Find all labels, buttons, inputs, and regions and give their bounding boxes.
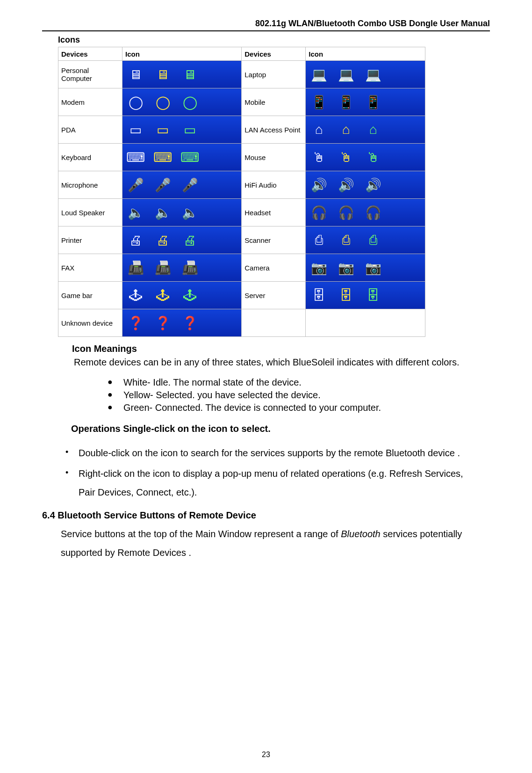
modem-icon: ◯	[126, 93, 145, 111]
game-bar-icon: 🕹	[180, 286, 199, 305]
device-icons-right: 📱📱📱	[306, 88, 425, 116]
device-label-left: FAX	[58, 254, 122, 282]
server-icon: 🗄	[337, 286, 355, 305]
icon-meanings-heading: Icon Meanings	[72, 343, 490, 354]
keyboard-icon: ⌨	[180, 148, 199, 167]
table-row: Unknown device❓❓❓	[58, 309, 425, 337]
fax-icon: 📠	[153, 258, 172, 277]
table-row: Printer🖨🖨🖨Scanner⎙⎙⎙	[58, 226, 425, 254]
col-icon-2: Icon	[306, 47, 425, 61]
table-row: FAX📠📠📠Camera📷📷📷	[58, 254, 425, 282]
col-devices-1: Devices	[58, 47, 122, 61]
device-label-left: Microphone	[58, 171, 122, 199]
device-label-right: LAN Access Point	[242, 116, 306, 144]
op-doubleclick: Double-click on the icon to search for t…	[61, 444, 471, 462]
page-header: 802.11g WLAN/Bluetooth Combo USB Dongle …	[42, 19, 490, 31]
device-label-left: Unknown device	[58, 309, 122, 337]
headset-icon: 🎧	[364, 203, 382, 222]
device-label-right: Camera	[242, 254, 306, 282]
fax-icon: 📠	[180, 258, 199, 277]
loud-speaker-icon: 🔈	[153, 203, 172, 222]
laptop-icon: 💻	[309, 65, 328, 84]
scanner-icon: ⎙	[364, 231, 382, 249]
camera-icon: 📷	[309, 258, 328, 277]
device-label-left: PDA	[58, 116, 122, 144]
table-row: PDA▭▭▭LAN Access Point⌂⌂⌂	[58, 116, 425, 144]
device-icons-right: 📷📷📷	[306, 254, 425, 282]
section-6-4-heading: 6.4 Bluetooth Service Buttons of Remote …	[42, 510, 490, 521]
device-label-right: Scanner	[242, 226, 306, 254]
section-6-4-body: Service buttons at the top of the Main W…	[61, 525, 490, 562]
hifi-audio-icon: 🔊	[337, 175, 355, 194]
state-yellow: Yellow- Selected. you have selected the …	[108, 389, 490, 401]
pda-icon: ▭	[126, 120, 145, 139]
device-icons-right: ⎙⎙⎙	[306, 226, 425, 254]
keyboard-icon: ⌨	[153, 148, 172, 167]
col-devices-2: Devices	[242, 47, 306, 61]
server-icon: 🗄	[364, 286, 382, 305]
device-label-left: Loud Speaker	[58, 199, 122, 226]
device-icons-right: 💻💻💻	[306, 61, 425, 88]
game-bar-icon: 🕹	[126, 286, 145, 305]
lan-access-point-icon: ⌂	[337, 120, 355, 139]
game-bar-icon: 🕹	[153, 286, 172, 305]
col-icon-1: Icon	[122, 47, 242, 61]
laptop-icon: 💻	[364, 65, 382, 84]
device-icons-left: ❓❓❓	[122, 309, 242, 337]
page-number: 23	[0, 751, 532, 759]
op-rightclick: Right-click on the icon to display a pop…	[61, 464, 471, 502]
state-white: White- Idle. The normal state of the dev…	[108, 376, 490, 389]
keyboard-icon: ⌨	[126, 148, 145, 167]
body-em: Bluetooth	[341, 529, 381, 539]
device-icons-left: ◯◯◯	[122, 88, 242, 116]
personal-computer-icon: 🖥	[153, 65, 172, 84]
microphone-icon: 🎤	[153, 175, 172, 194]
table-row: Loud Speaker🔈🔈🔈Headset🎧🎧🎧	[58, 199, 425, 226]
icons-table: Devices Icon Devices Icon Personal Compu…	[58, 47, 425, 337]
hifi-audio-icon: 🔊	[309, 175, 328, 194]
device-icons-right: 🖱🖱🖱	[306, 144, 425, 171]
device-label-right: Laptop	[242, 61, 306, 88]
mobile-icon: 📱	[364, 93, 382, 111]
device-icons-right: ⌂⌂⌂	[306, 116, 425, 144]
device-icons-left: 🎤🎤🎤	[122, 171, 242, 199]
device-label-right: Headset	[242, 199, 306, 226]
printer-icon: 🖨	[180, 231, 199, 249]
printer-icon: 🖨	[126, 231, 145, 249]
headset-icon: 🎧	[309, 203, 328, 222]
device-label-left: Keyboard	[58, 144, 122, 171]
mouse-icon: 🖱	[337, 148, 355, 167]
table-row: Microphone🎤🎤🎤HiFi Audio🔊🔊🔊	[58, 171, 425, 199]
scanner-icon: ⎙	[337, 231, 355, 249]
body-pre: Service buttons at the top of the Main W…	[61, 529, 341, 539]
device-icons-right	[306, 309, 425, 337]
device-icons-left: 🖨🖨🖨	[122, 226, 242, 254]
server-icon: 🗄	[309, 286, 328, 305]
device-icons-left: ▭▭▭	[122, 116, 242, 144]
pda-icon: ▭	[153, 120, 172, 139]
device-icons-left: 🕹🕹🕹	[122, 282, 242, 309]
device-label-right: Server	[242, 282, 306, 309]
device-icons-left: 📠📠📠	[122, 254, 242, 282]
modem-icon: ◯	[180, 93, 199, 111]
microphone-icon: 🎤	[126, 175, 145, 194]
printer-icon: 🖨	[153, 231, 172, 249]
device-icons-left: 🖥🖥🖥	[122, 61, 242, 88]
device-label-right	[242, 309, 306, 337]
lan-access-point-icon: ⌂	[309, 120, 328, 139]
device-label-left: Printer	[58, 226, 122, 254]
hifi-audio-icon: 🔊	[364, 175, 382, 194]
headset-icon: 🎧	[337, 203, 355, 222]
personal-computer-icon: 🖥	[180, 65, 199, 84]
table-row: Keyboard⌨⌨⌨Mouse🖱🖱🖱	[58, 144, 425, 171]
fax-icon: 📠	[126, 258, 145, 277]
mouse-icon: 🖱	[364, 148, 382, 167]
device-icons-right: 🗄🗄🗄	[306, 282, 425, 309]
camera-icon: 📷	[337, 258, 355, 277]
unknown-device-icon: ❓	[153, 314, 172, 332]
scanner-icon: ⎙	[309, 231, 328, 249]
operations-heading: Operations Single-click on the icon to s…	[71, 423, 490, 434]
device-icons-left: 🔈🔈🔈	[122, 199, 242, 226]
device-icons-left: ⌨⌨⌨	[122, 144, 242, 171]
device-label-right: Mouse	[242, 144, 306, 171]
